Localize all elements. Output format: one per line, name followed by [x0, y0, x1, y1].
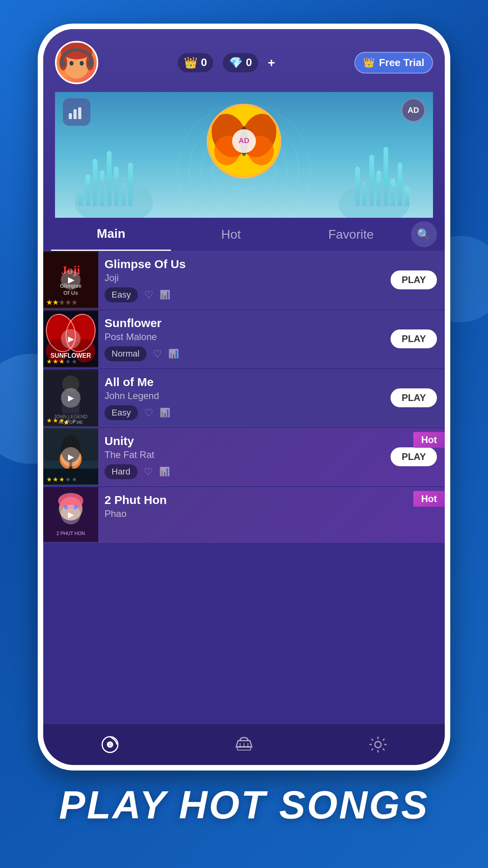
play-button-1[interactable]: PLAY	[391, 270, 437, 289]
gem-icon: 💎	[229, 56, 243, 69]
svg-text:♫: ♫	[108, 742, 112, 747]
song-title-4: Unity	[105, 434, 384, 448]
song-info-4: Unity The Fat Rat Hard ♡ 📊	[98, 428, 391, 485]
song-title-3: All of Me	[105, 375, 384, 389]
song-artist-1: Joji	[105, 272, 384, 283]
svg-point-6	[80, 61, 84, 66]
svg-rect-7	[60, 60, 66, 67]
chart-icon-3[interactable]: 📊	[160, 408, 170, 418]
currency-group: 👑 0 💎 0 +	[178, 53, 275, 72]
song-item-3: JOHN LEGEND AL⭐OF ME ▶ ★ ★ ★ ★ ★ All of …	[43, 369, 445, 427]
song-info-1: Glimpse Of Us Joji Easy ♡ 📊	[98, 251, 391, 309]
play-overlay-1[interactable]: ▶	[61, 270, 81, 290]
center-album-art[interactable]: AD	[207, 104, 281, 178]
free-trial-label: Free Trial	[379, 57, 424, 69]
avatar-svg	[57, 43, 96, 82]
ad-label: AD	[408, 106, 419, 115]
heart-icon-2[interactable]: ♡	[153, 348, 162, 360]
song-title-1: Glimpse Of Us	[105, 257, 384, 271]
search-button[interactable]: 🔍	[411, 221, 437, 247]
svg-point-5	[70, 61, 73, 66]
play-overlay-2[interactable]: ▶	[61, 329, 81, 349]
settings-nav-icon	[369, 736, 387, 753]
svg-text:AD: AD	[238, 136, 249, 145]
stars-3: ★ ★ ★ ★ ★	[46, 417, 77, 424]
gold-currency: 👑 0	[178, 53, 213, 72]
difficulty-badge-4: Hard	[105, 464, 138, 479]
song-artist-5: Phao	[105, 508, 438, 519]
song-artist-2: Post Malone	[105, 331, 384, 342]
play-overlay-3[interactable]: ▶	[61, 388, 81, 408]
play-button-3[interactable]: PLAY	[391, 388, 437, 407]
play-overlay-4[interactable]: ▶	[61, 447, 81, 467]
free-trial-button[interactable]: 👑 Free Trial	[354, 52, 433, 74]
svg-rect-10	[73, 109, 77, 119]
chart-icon-2[interactable]: 📊	[168, 349, 179, 359]
phone-frame: 👑 0 💎 0 + 👑 Free Trial	[38, 24, 450, 771]
song-thumb-phao: 2 PHUT HON ▶	[43, 487, 98, 542]
difficulty-badge-3: Easy	[105, 405, 138, 420]
heart-icon-3[interactable]: ♡	[144, 407, 153, 419]
play-overlay-5[interactable]: ▶	[61, 505, 81, 524]
song-meta-2: Normal ♡ 📊	[105, 346, 384, 361]
svg-point-57	[375, 741, 381, 748]
tabs-row: Main Hot Favorite 🔍	[43, 218, 445, 251]
song-thumb-sunflower: SUNFLOWER ▶ ★ ★ ★ ★ ★	[43, 310, 98, 368]
song-artist-3: John Legend	[105, 390, 384, 401]
search-icon: 🔍	[417, 228, 431, 241]
svg-rect-11	[78, 107, 81, 119]
song-list: Joji Glimpse Of Us ▶ ★ ★ ★ ★ ★ G	[43, 251, 445, 724]
album-art-svg: AD	[209, 104, 279, 178]
song-item-2: SUNFLOWER ▶ ★ ★ ★ ★ ★ Sunflower Post Mal…	[43, 310, 445, 368]
difficulty-badge-2: Normal	[105, 346, 147, 361]
song-item-5: Hot 2 PHUT HON ▶	[43, 487, 445, 542]
gem-currency: 💎 0	[223, 53, 259, 72]
stars-1: ★ ★ ★ ★ ★	[46, 299, 77, 306]
music-nav-icon: ♫	[99, 736, 121, 753]
difficulty-badge-1: Easy	[105, 287, 138, 302]
song-meta-3: Easy ♡ 📊	[105, 405, 384, 420]
bottom-tagline: PLAY HOT SONGS	[59, 782, 429, 828]
hot-badge-4: Hot	[413, 432, 445, 448]
svg-text:Of Us: Of Us	[63, 290, 78, 296]
bottom-nav: ♫	[43, 724, 445, 765]
avatar[interactable]	[55, 41, 98, 84]
gem-value: 0	[246, 56, 252, 69]
stars-4: ★ ★ ★ ★ ★	[46, 476, 77, 483]
heart-icon-1[interactable]: ♡	[144, 289, 153, 301]
play-button-2[interactable]: PLAY	[391, 329, 437, 348]
hot-badge-5: Hot	[413, 491, 445, 507]
song-artist-4: The Fat Rat	[105, 449, 384, 460]
song-item-4: Hot ▶	[43, 428, 445, 486]
phone-header: 👑 0 💎 0 + 👑 Free Trial	[43, 29, 445, 218]
gold-value: 0	[201, 56, 207, 69]
tab-hot[interactable]: Hot	[171, 219, 291, 250]
free-trial-crown-icon: 👑	[363, 57, 375, 68]
add-currency-button[interactable]: +	[268, 55, 275, 70]
header-top-row: 👑 0 💎 0 + 👑 Free Trial	[55, 41, 433, 84]
song-item-1: Joji Glimpse Of Us ▶ ★ ★ ★ ★ ★ G	[43, 251, 445, 309]
song-info-3: All of Me John Legend Easy ♡ 📊	[98, 369, 391, 427]
svg-rect-8	[88, 60, 93, 67]
heart-icon-4[interactable]: ♡	[144, 466, 153, 478]
song-title-5: 2 Phut Hon	[105, 493, 438, 507]
svg-text:2 PHUT HON: 2 PHUT HON	[57, 531, 85, 536]
chart-icon-1[interactable]: 📊	[160, 290, 170, 300]
nav-item-music[interactable]: ♫	[43, 732, 177, 757]
visualizer-area: AD	[55, 92, 433, 218]
tab-main[interactable]: Main	[51, 218, 171, 251]
stats-icon[interactable]	[63, 98, 90, 126]
nav-item-settings[interactable]	[311, 732, 445, 757]
song-thumb-unity: ▶ ★ ★ ★ ★ ★	[43, 428, 98, 485]
song-thumb-johnlegend: JOHN LEGEND AL⭐OF ME ▶ ★ ★ ★ ★ ★	[43, 369, 98, 427]
play-button-4[interactable]: PLAY	[391, 447, 437, 466]
song-meta-4: Hard ♡ 📊	[105, 464, 384, 479]
song-meta-1: Easy ♡ 📊	[105, 287, 384, 302]
ad-badge[interactable]: AD	[402, 98, 425, 122]
tab-favorite[interactable]: Favorite	[291, 219, 411, 250]
chart-icon-4[interactable]: 📊	[159, 467, 170, 477]
nav-item-store[interactable]	[177, 732, 311, 757]
song-thumb-joji: Joji Glimpse Of Us ▶ ★ ★ ★ ★ ★	[43, 251, 98, 309]
song-info-5: 2 Phut Hon Phao	[98, 487, 445, 542]
stars-2: ★ ★ ★ ★ ★	[46, 358, 77, 365]
